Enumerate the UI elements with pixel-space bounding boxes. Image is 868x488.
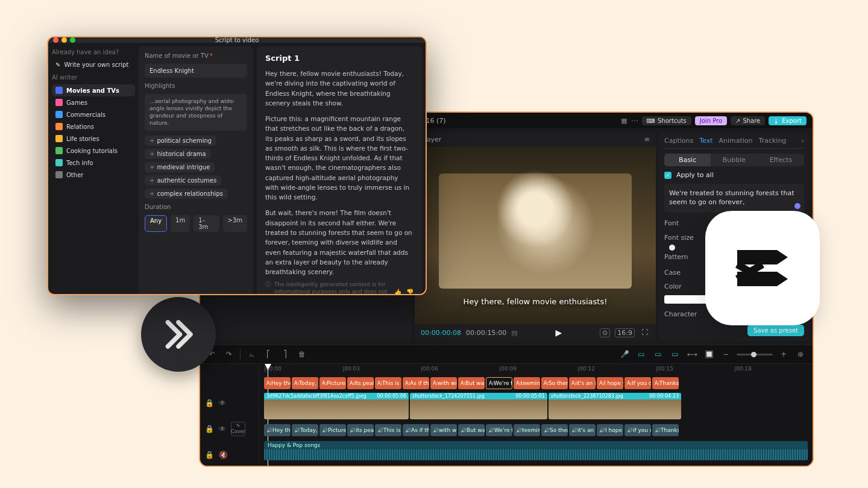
sidebar-item[interactable]: Games xyxy=(52,96,135,108)
sidebar-item[interactable]: Cooking tutorials xyxy=(52,145,135,157)
shortcuts-button[interactable]: ⌨Shortcuts xyxy=(642,116,691,125)
video-preview[interactable]: Hey there, fellow movie enthusiasts! xyxy=(415,147,656,324)
more-icon[interactable]: ⋯ xyxy=(631,116,638,125)
eye-icon[interactable]: 👁 xyxy=(219,399,226,407)
caption-text-input[interactable]: We're treated to stunning forests that s… xyxy=(664,184,804,213)
video-clip[interactable]: 3d9627dc5addafacbff3f814ea2ceff5.jpeg00:… xyxy=(264,393,409,419)
narration-clip[interactable]: 🔊 if you di xyxy=(624,424,651,436)
narration-clip[interactable]: 🔊 its peaks xyxy=(347,424,374,436)
sidebar-item[interactable]: Other xyxy=(52,169,135,181)
snap3-icon[interactable]: ▭ xyxy=(669,348,681,360)
mute-icon[interactable]: 🔇 xyxy=(219,451,228,459)
subtitle-clip[interactable]: A⁝ Its peak xyxy=(347,377,374,389)
narration-clip[interactable]: 🔊 As if tha xyxy=(403,424,429,436)
lock-icon[interactable]: 🔒 xyxy=(205,451,214,459)
apply-all-checkbox[interactable]: ✓ xyxy=(664,172,671,179)
highlight-chip[interactable]: authentic costumes xyxy=(145,175,221,186)
narration-clip[interactable]: 🔊 So there xyxy=(541,424,568,436)
redo-icon[interactable]: ↷ xyxy=(223,348,235,360)
delete-icon[interactable]: 🗑 xyxy=(296,348,308,360)
subtitle-clip[interactable]: A⁝ But wai xyxy=(458,377,485,389)
highlight-chip[interactable]: political scheming xyxy=(145,136,216,146)
timeline-tracks[interactable]: |00:00|00:03|00:06|00:09|00:12|00:15|00:… xyxy=(259,364,813,467)
thumbs-up-icon[interactable]: 👍 xyxy=(394,289,401,295)
highlight-chip[interactable]: medieval intrigue xyxy=(145,162,215,172)
segment-option[interactable]: Effects xyxy=(758,154,804,166)
subtitle-clip[interactable]: A⁝ So ther xyxy=(541,377,568,389)
narration-clip[interactable]: 🔊 Hey ther xyxy=(264,424,291,436)
music-clip[interactable]: Happy & Pop songs xyxy=(264,441,808,460)
segment-option[interactable]: Bubble xyxy=(711,154,757,166)
segment-option[interactable]: Basic xyxy=(664,154,711,166)
trim-left-icon[interactable]: ⎡ xyxy=(262,348,274,360)
duration-option[interactable]: 1–3m xyxy=(193,215,219,232)
narration-clip[interactable]: 🔊 with wid xyxy=(430,424,457,436)
link-icon[interactable]: 🔲 xyxy=(703,348,715,360)
subtitle-clip[interactable]: A⁝ We're tr xyxy=(486,377,512,389)
narration-clip[interactable]: 🔊 Today, w xyxy=(292,424,318,436)
inspector-tab[interactable]: Tracking xyxy=(759,137,787,145)
narration-clip[interactable]: 🔊 I hope yo xyxy=(597,424,623,436)
duration-option[interactable]: Any xyxy=(145,215,167,232)
write-own-item[interactable]: ✎Write your own script xyxy=(52,59,135,70)
narration-clip[interactable]: 🔊 This is w xyxy=(375,424,401,436)
aspect-ratio[interactable]: 16:9 xyxy=(615,328,635,337)
player-menu-icon[interactable]: ≡ xyxy=(644,136,650,143)
share-button[interactable]: ↗Share xyxy=(731,116,765,125)
join-pro-button[interactable]: Join Pro xyxy=(695,116,727,125)
more-tabs-icon[interactable]: › xyxy=(802,137,804,145)
video-clip[interactable]: shutterstock_2238710283.jpg00:00:04:23 xyxy=(549,393,681,419)
cover-button[interactable]: ✎Cover xyxy=(231,422,245,436)
movie-name-input[interactable]: Endless Knight xyxy=(145,64,247,78)
subtitle-clip[interactable]: A⁝ Today, xyxy=(292,377,318,389)
inspector-tab[interactable]: Text xyxy=(699,137,712,145)
subtitle-clip[interactable]: A⁝ it's an i xyxy=(569,377,596,389)
subtitle-clip[interactable]: A⁝ Picture xyxy=(319,377,346,389)
eye-icon[interactable]: 👁 xyxy=(219,425,226,433)
trim-right-icon[interactable]: ⎤ xyxy=(279,348,291,360)
subtitle-clip[interactable]: A⁝ If you d xyxy=(624,377,651,389)
subtitle-clip[interactable]: A⁝ As if th xyxy=(403,377,429,389)
duration-option[interactable]: >3m xyxy=(223,215,247,232)
subtitle-clip[interactable]: A⁝ This is xyxy=(375,377,401,389)
zoom-in-icon[interactable]: + xyxy=(778,348,790,360)
subtitle-clip[interactable]: A⁝ with wid xyxy=(430,377,457,389)
sidebar-item[interactable]: Movies and TVs xyxy=(52,84,135,96)
thumbs-down-icon[interactable]: 👎 xyxy=(406,289,414,295)
subtitle-clip[interactable]: A⁝ Hey ther xyxy=(264,377,291,389)
subtitle-clip[interactable]: A⁝ Thanks xyxy=(652,377,679,389)
snap1-icon[interactable]: ▭ xyxy=(635,348,647,360)
sidebar-item[interactable]: Commercials xyxy=(52,108,135,120)
mic-icon[interactable]: 🎤 xyxy=(618,348,631,360)
fullscreen-icon[interactable]: ⛶ xyxy=(640,328,650,337)
scale-icon[interactable]: ⊙ xyxy=(600,328,610,337)
narration-clip[interactable]: 🔊 Picture t xyxy=(319,424,346,436)
video-clip[interactable]: shutterstock_1724207551.jpg00:00:05:01 xyxy=(410,393,547,419)
fit-icon[interactable]: ⊕ xyxy=(794,348,807,360)
lock-icon[interactable]: 🔒 xyxy=(205,399,214,407)
lock-icon[interactable]: 🔒 xyxy=(205,425,214,433)
zoom-out-icon[interactable]: − xyxy=(720,348,732,360)
duration-option[interactable]: 1m xyxy=(171,215,190,232)
narration-clip[interactable]: 🔊 But wait xyxy=(458,424,485,436)
narration-clip[interactable]: 🔊 We're tre xyxy=(486,424,512,436)
sidebar-item[interactable]: Life stories xyxy=(52,133,135,145)
inspector-tab[interactable]: Animation xyxy=(719,137,752,145)
grid-icon[interactable]: ▤ xyxy=(511,329,517,337)
snap2-icon[interactable]: ▭ xyxy=(652,348,664,360)
sidebar-item[interactable]: Tech info xyxy=(52,157,135,169)
save-preset-button[interactable]: Save as preset xyxy=(747,325,804,336)
narration-clip[interactable]: 🔊 teeming xyxy=(514,424,540,436)
play-button[interactable]: ▶ xyxy=(555,328,562,337)
highlight-chip[interactable]: historical drama xyxy=(145,149,211,159)
export-button[interactable]: ⭳Export xyxy=(769,116,807,125)
layout-icon[interactable]: ▦ xyxy=(621,117,627,125)
subtitle-clip[interactable]: A⁝ teeming xyxy=(514,377,540,389)
narration-clip[interactable]: 🔊 Thanks f xyxy=(652,424,679,436)
highlight-chip[interactable]: complex relationships xyxy=(145,189,228,199)
inspector-tab[interactable]: Captions xyxy=(664,137,693,145)
subtitle-clip[interactable]: A⁝ I hope y xyxy=(597,377,623,389)
zoom-slider[interactable] xyxy=(737,354,773,355)
magnet-icon[interactable]: ⟷ xyxy=(686,348,698,360)
narration-clip[interactable]: 🔊 it's an in xyxy=(569,424,596,436)
